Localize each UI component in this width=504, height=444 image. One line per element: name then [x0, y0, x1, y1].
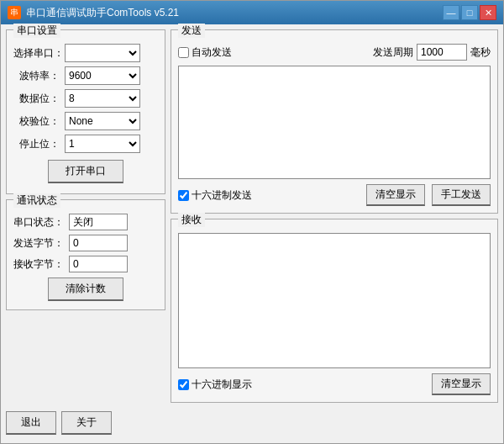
title-bar: 串 串口通信调试助手ComTools v5.21 — □ ✕ — [1, 1, 503, 24]
auto-send-label[interactable]: 自动发送 — [178, 45, 232, 60]
bottom-row: 退出 关于 — [6, 408, 498, 438]
clear-recv-button[interactable]: 清空显示 — [432, 373, 491, 395]
data-bits-row: 数据位： 8 7 6 5 — [13, 89, 158, 108]
com-port-row: 选择串口： COM1 COM2 COM3 — [13, 44, 158, 62]
clear-count-button[interactable]: 清除计数 — [48, 278, 123, 301]
send-textarea[interactable] — [178, 66, 491, 179]
period-label-text: 发送周期 — [373, 45, 413, 60]
recv-panel-title: 接收 — [178, 213, 205, 227]
clear-send-button[interactable]: 清空显示 — [366, 184, 425, 206]
comm-status-panel: 通讯状态 串口状态： 关闭 发送字节： 0 接收字节： 0 清除计数 — [6, 199, 165, 310]
content-area: 串口设置 选择串口： COM1 COM2 COM3 波特率： 96 — [1, 24, 503, 443]
minimize-button[interactable]: — — [443, 5, 459, 20]
ms-label: 毫秒 — [470, 45, 491, 60]
send-bytes-label: 发送字节： — [13, 236, 64, 251]
title-bar-left: 串 串口通信调试助手ComTools v5.21 — [8, 6, 179, 20]
baud-rate-select[interactable]: 9600 115200 57600 38400 — [65, 66, 140, 85]
open-port-button[interactable]: 打开串口 — [48, 160, 123, 183]
hex-send-text: 十六进制发送 — [192, 188, 252, 203]
window-controls: — □ ✕ — [443, 5, 496, 20]
send-bytes-row: 发送字节： 0 — [13, 235, 158, 251]
exit-button[interactable]: 退出 — [6, 411, 56, 435]
hex-recv-checkbox[interactable] — [178, 379, 189, 390]
recv-textarea[interactable] — [178, 233, 491, 368]
com-status-value: 关闭 — [69, 214, 128, 230]
data-bits-select[interactable]: 8 7 6 5 — [65, 89, 140, 108]
period-group: 发送周期 毫秒 — [373, 44, 491, 61]
data-bits-label: 数据位： — [13, 92, 60, 106]
stop-bits-select[interactable]: 1 1.5 2 — [65, 135, 140, 153]
serial-settings-panel: 串口设置 选择串口： COM1 COM2 COM3 波特率： 96 — [6, 29, 165, 194]
top-row: 串口设置 选择串口： COM1 COM2 COM3 波特率： 96 — [6, 29, 498, 403]
send-top: 自动发送 发送周期 毫秒 — [178, 44, 491, 61]
recv-bytes-row: 接收字节： 0 — [13, 256, 158, 272]
parity-label: 校验位： — [13, 114, 60, 129]
auto-send-text: 自动发送 — [192, 45, 232, 60]
app-icon: 串 — [8, 6, 21, 19]
send-panel: 发送 自动发送 发送周期 毫秒 — [171, 29, 498, 214]
window-title: 串口通信调试助手ComTools v5.21 — [26, 6, 179, 20]
hex-recv-text: 十六进制显示 — [192, 378, 252, 392]
about-button[interactable]: 关于 — [61, 411, 112, 435]
hex-recv-label[interactable]: 十六进制显示 — [178, 378, 252, 392]
send-bytes-value: 0 — [69, 235, 128, 251]
recv-panel-inner: 十六进制显示 清空显示 — [178, 233, 491, 395]
manual-send-button[interactable]: 手工发送 — [432, 184, 491, 206]
period-input[interactable] — [417, 44, 467, 61]
parity-row: 校验位： None Even Odd — [13, 112, 158, 130]
right-panels: 发送 自动发送 发送周期 毫秒 — [171, 29, 498, 403]
send-panel-inner: 自动发送 发送周期 毫秒 十六进制发送 — [178, 44, 491, 206]
recv-bottom: 十六进制显示 清空显示 — [178, 373, 491, 395]
stop-bits-label: 停止位： — [13, 137, 60, 151]
recv-panel: 接收 十六进制显示 清空显示 — [171, 219, 498, 403]
com-port-select[interactable]: COM1 COM2 COM3 — [65, 44, 140, 62]
parity-select[interactable]: None Even Odd — [65, 112, 140, 130]
baud-rate-label: 波特率： — [13, 69, 60, 83]
send-panel-title: 发送 — [178, 24, 205, 38]
send-bottom: 十六进制发送 清空显示 手工发送 — [178, 184, 491, 206]
auto-send-checkbox[interactable] — [178, 47, 189, 58]
hex-send-checkbox[interactable] — [178, 190, 189, 201]
com-port-label: 选择串口： — [13, 46, 60, 61]
com-status-label: 串口状态： — [13, 215, 64, 230]
com-status-row: 串口状态： 关闭 — [13, 214, 158, 230]
recv-bytes-value: 0 — [69, 256, 128, 272]
stop-bits-row: 停止位： 1 1.5 2 — [13, 135, 158, 153]
maximize-button[interactable]: □ — [461, 5, 478, 20]
status-panel-title: 通讯状态 — [13, 193, 60, 208]
baud-rate-row: 波特率： 9600 115200 57600 38400 — [13, 66, 158, 85]
recv-bytes-label: 接收字节： — [13, 257, 64, 272]
main-window: 串 串口通信调试助手ComTools v5.21 — □ ✕ 串口设置 选择串口… — [0, 0, 504, 444]
serial-panel-title: 串口设置 — [13, 24, 60, 38]
left-panels: 串口设置 选择串口： COM1 COM2 COM3 波特率： 96 — [6, 29, 165, 403]
hex-send-label[interactable]: 十六进制发送 — [178, 188, 252, 203]
close-button[interactable]: ✕ — [480, 5, 496, 20]
bottom-buttons: 退出 关于 — [6, 411, 112, 435]
